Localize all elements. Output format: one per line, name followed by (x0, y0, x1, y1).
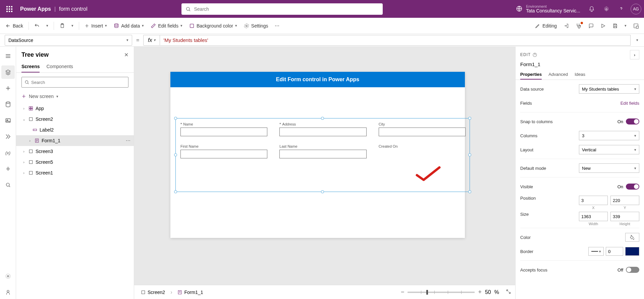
rail-hamburger-button[interactable] (1, 49, 15, 63)
undo-dropdown[interactable]: ▾ (44, 20, 51, 32)
insert-button[interactable]: Insert ▾ (82, 20, 110, 32)
rail-virtual-agent-button[interactable] (1, 286, 15, 299)
save-dropdown[interactable]: ▾ (622, 20, 629, 32)
border-color-picker[interactable] (625, 247, 639, 256)
rail-media-button[interactable] (1, 114, 15, 127)
edit-fields-button[interactable]: Edit fields ▾ (148, 20, 185, 32)
tree-item-form1-1[interactable]: › Form1_1 ⋯ (16, 135, 134, 146)
close-tree-button[interactable]: ✕ (124, 52, 128, 58)
fx-button[interactable]: fx ▾ (143, 35, 160, 46)
breadcrumb-form1-1[interactable]: Form1_1 (175, 288, 206, 296)
tree-item-screen3[interactable]: › Screen3 (16, 146, 134, 157)
paste-dropdown[interactable]: ▾ (69, 20, 76, 32)
border-style-dropdown[interactable]: ▾ (588, 247, 604, 256)
environment-icon (516, 5, 523, 12)
paste-button[interactable] (57, 20, 67, 32)
save-button[interactable] (610, 20, 621, 32)
formula-input[interactable]: 'My Students tables' (160, 35, 631, 46)
user-avatar[interactable]: AG (631, 4, 641, 14)
comments-button[interactable] (586, 20, 596, 32)
tree-search-box[interactable] (21, 77, 128, 88)
city-input[interactable] (379, 128, 466, 136)
rail-variables-button[interactable]: (x) (1, 146, 15, 159)
background-color-button[interactable]: Background color ▾ (186, 20, 240, 32)
search-input[interactable] (194, 6, 379, 12)
property-selector[interactable]: DataSource ▾ (5, 35, 132, 46)
app-checker-button[interactable] (573, 20, 584, 32)
zoom-in-button[interactable]: + (478, 289, 482, 296)
resize-handle[interactable] (174, 153, 177, 156)
app-launcher-button[interactable] (3, 2, 16, 16)
tree-item-label2[interactable]: Label2 (16, 124, 134, 135)
layout-dropdown[interactable]: Vertical ▾ (579, 145, 639, 154)
address-input[interactable] (279, 128, 366, 136)
tree-item-screen5[interactable]: › Screen5 (16, 157, 134, 167)
width-input[interactable] (579, 212, 608, 221)
visible-toggle[interactable] (626, 184, 639, 190)
zoom-thumb[interactable] (426, 290, 428, 295)
zoom-out-button[interactable]: − (401, 289, 405, 296)
tab-ideas[interactable]: Ideas (575, 70, 585, 80)
canvas-screen[interactable]: Edit Form control in Power Apps *Name *A… (170, 72, 465, 238)
tree-search-input[interactable] (31, 80, 125, 85)
zoom-slider[interactable] (408, 292, 475, 293)
global-search[interactable] (181, 3, 383, 15)
resize-handle[interactable] (174, 117, 177, 120)
settings-button[interactable] (600, 2, 613, 16)
help-button[interactable] (614, 2, 628, 16)
border-width-input[interactable] (606, 247, 623, 256)
tree-item-app[interactable]: › App (16, 103, 134, 114)
rail-data-button[interactable] (1, 98, 15, 111)
tab-properties[interactable]: Properties (520, 70, 542, 80)
breadcrumb-screen2[interactable]: Screen2 (138, 288, 168, 296)
snap-to-columns-toggle[interactable] (626, 118, 639, 124)
publish-button[interactable] (631, 20, 641, 32)
settings-button[interactable]: Settings (241, 20, 271, 32)
accepts-focus-toggle[interactable] (626, 267, 639, 273)
collapse-panel-button[interactable]: › (630, 50, 639, 59)
resize-handle[interactable] (321, 190, 324, 193)
help-icon[interactable] (533, 53, 537, 57)
tab-advanced[interactable]: Advanced (548, 70, 568, 80)
rail-insert-button[interactable] (1, 82, 15, 95)
edit-fields-link[interactable]: Edit fields (621, 101, 639, 106)
resize-handle[interactable] (468, 117, 471, 120)
new-screen-button[interactable]: New screen ▾ (17, 92, 133, 101)
resize-handle[interactable] (174, 190, 177, 193)
position-y-input[interactable] (610, 196, 639, 205)
columns-dropdown[interactable]: 3 ▾ (579, 131, 639, 140)
tree-item-screen2[interactable]: ⌄ Screen2 (16, 114, 134, 124)
rail-tree-view-button[interactable] (1, 65, 15, 79)
tab-components[interactable]: Components (46, 61, 73, 72)
editing-mode-button[interactable]: Editing (532, 20, 559, 32)
name-input[interactable] (180, 128, 267, 136)
position-x-input[interactable] (579, 196, 608, 205)
undo-button[interactable] (32, 20, 42, 32)
rail-settings-button[interactable] (1, 269, 15, 283)
fit-to-screen-button[interactable] (506, 289, 511, 296)
notifications-button[interactable] (585, 2, 598, 16)
share-button[interactable] (561, 20, 572, 32)
color-picker-button[interactable] (625, 233, 639, 242)
tree-item-screen1[interactable]: › Screen1 (16, 167, 134, 178)
tab-screens[interactable]: Screens (21, 61, 40, 72)
last-name-input[interactable] (279, 150, 366, 158)
back-arrow-icon (5, 23, 11, 29)
add-data-button[interactable]: Add data ▾ (111, 20, 147, 32)
formula-expand-button[interactable]: ▾ (631, 38, 644, 42)
rail-advanced-tools-button[interactable] (1, 162, 15, 176)
height-input[interactable] (610, 212, 639, 221)
default-mode-dropdown[interactable]: New ▾ (579, 163, 639, 173)
first-name-input[interactable] (180, 150, 267, 158)
rail-power-automate-button[interactable] (1, 130, 15, 143)
more-options-button[interactable]: ⋯ (126, 138, 131, 143)
environment-picker[interactable]: Environment Tata Consultancy Servic... (516, 4, 580, 13)
more-commands-button[interactable]: ⋯ (272, 20, 282, 32)
resize-handle[interactable] (468, 190, 471, 193)
back-button[interactable]: Back (3, 20, 26, 32)
resize-handle[interactable] (468, 153, 471, 156)
rail-search-button[interactable] (1, 178, 15, 192)
resize-handle[interactable] (321, 117, 324, 120)
data-source-dropdown[interactable]: My Students tables ▾ (579, 84, 639, 94)
preview-button[interactable] (598, 20, 608, 32)
